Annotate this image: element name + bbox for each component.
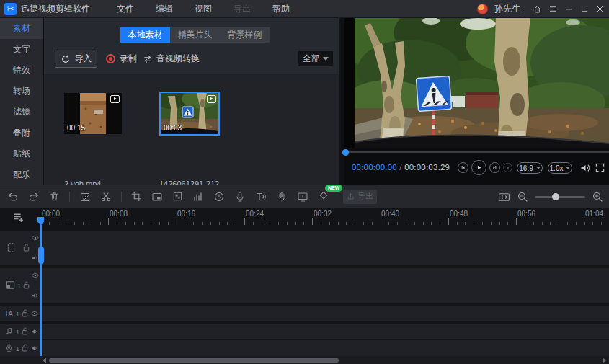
scroll-left-arrow-icon[interactable] [43, 358, 46, 363]
edit-toolbar: NEW 导出 [0, 185, 609, 208]
lock-icon[interactable] [20, 327, 30, 336]
divider [121, 192, 122, 202]
track-pip-header: 1 [0, 268, 40, 303]
sidebar-item-material[interactable]: 素材 [0, 18, 43, 39]
lock-icon[interactable] [20, 308, 30, 318]
track-video[interactable] [0, 231, 609, 265]
speaker-icon[interactable] [30, 327, 39, 336]
filter-dropdown[interactable]: 全部 [298, 51, 333, 66]
add-track-icon[interactable] [12, 211, 25, 223]
mosaic-icon[interactable] [172, 191, 183, 202]
edit-clip-icon[interactable] [79, 191, 91, 203]
next-frame-button[interactable] [489, 162, 500, 173]
sidebar-item-filters[interactable]: 滤镜 [0, 102, 43, 123]
track-voice-header: 1 [0, 340, 40, 356]
timeline-hscrollbar[interactable] [0, 356, 609, 364]
pip-icon[interactable] [151, 191, 163, 203]
prev-frame-button[interactable] [458, 162, 468, 173]
stop-button[interactable] [503, 163, 512, 172]
close-button[interactable] [595, 4, 605, 14]
zoom-in-icon[interactable] [592, 191, 603, 203]
track-text[interactable]: TA 1 [0, 306, 609, 321]
speaker-icon[interactable] [30, 344, 39, 352]
preview-video [344, 18, 609, 148]
track-music[interactable]: 1 [0, 324, 609, 339]
sidebar-item-music[interactable]: 配乐 [0, 164, 43, 185]
clip-card-1[interactable]: 00:15 [64, 93, 122, 134]
lock-icon[interactable] [20, 343, 30, 352]
pip-track-icon [5, 280, 16, 290]
user-avatar[interactable] [477, 4, 488, 14]
lock-icon[interactable] [22, 280, 31, 290]
zoom-slider-handle[interactable] [552, 193, 559, 200]
eye-icon[interactable] [31, 234, 40, 242]
speaker-icon[interactable] [31, 291, 40, 300]
swap-icon [143, 54, 153, 64]
split-scissors-icon[interactable] [100, 191, 112, 203]
volume-icon[interactable] [579, 162, 591, 174]
track-video-header [0, 231, 40, 265]
track-voice[interactable]: 1 [0, 340, 609, 356]
clip-card-2[interactable]: 00:03 [161, 93, 218, 134]
scroll-right-arrow-icon[interactable] [603, 358, 606, 363]
speed-clock-icon[interactable] [213, 191, 225, 203]
import-button[interactable]: 导入 [55, 50, 97, 68]
sidebar-item-text[interactable]: 文字 [0, 39, 43, 60]
play-button[interactable] [471, 160, 486, 175]
redo-icon[interactable] [28, 191, 40, 203]
sidebar-item-overlay[interactable]: 叠附 [0, 123, 43, 143]
fit-timeline-icon[interactable] [498, 191, 510, 203]
record-voice-icon[interactable] [234, 191, 246, 203]
av-convert-button[interactable]: 音视频转换 [143, 51, 200, 66]
menu-file[interactable]: 文件 [106, 0, 145, 17]
eye-icon[interactable] [31, 271, 40, 280]
track-pip[interactable]: 1 [0, 268, 609, 303]
keying-hand-icon[interactable] [276, 191, 288, 203]
hamburger-menu-icon[interactable] [548, 4, 558, 14]
menu-edit[interactable]: 编辑 [145, 0, 184, 17]
zoom-out-icon[interactable] [517, 191, 528, 203]
home-icon[interactable] [533, 4, 542, 14]
delete-icon[interactable] [49, 191, 60, 202]
sidebar-item-stickers[interactable]: 贴纸 [0, 143, 43, 164]
fullscreen-icon[interactable] [595, 162, 605, 173]
sidebar-item-effects[interactable]: 特效 [0, 60, 43, 81]
maximize-button[interactable] [580, 4, 589, 13]
playhead-grip[interactable] [38, 247, 44, 264]
preview-seek-handle[interactable] [342, 149, 349, 156]
menu-help[interactable]: 帮助 [262, 0, 301, 17]
text-to-speech-icon[interactable] [255, 191, 267, 203]
user-name[interactable]: 孙先生 [494, 3, 520, 15]
speed-selector[interactable]: 1.0x [548, 162, 572, 174]
materials-tabs: 本地素材 精美片头 背景样例 [120, 27, 270, 43]
tab-background-samples[interactable]: 背景样例 [220, 27, 270, 43]
play-badge-icon [207, 95, 216, 103]
playhead-line[interactable] [40, 225, 42, 356]
track-music-header: 1 [0, 324, 40, 339]
lock-icon[interactable] [22, 243, 31, 252]
subtitle-screen-icon[interactable] [297, 191, 308, 203]
zoom-slider[interactable] [535, 196, 585, 198]
voice-track-icon [4, 343, 14, 352]
tab-intro-templates[interactable]: 精美片头 [170, 27, 220, 43]
preview-seekbar[interactable] [344, 151, 609, 153]
video-track-icon [6, 242, 17, 253]
clip-duration: 00:15 [67, 124, 85, 132]
tab-local-material[interactable]: 本地素材 [120, 27, 170, 43]
eye-icon[interactable] [30, 309, 39, 318]
aspect-ratio-selector[interactable]: 16:9 [517, 162, 543, 174]
timeline-ruler[interactable]: 00:00 00:08 00:16 00:24 00:32 00:40 00:4… [40, 208, 609, 225]
minimize-button[interactable] [564, 4, 574, 14]
current-time: 00:00:00.00 [352, 163, 397, 172]
hscrollbar-thumb[interactable] [49, 358, 339, 363]
app-window: ✂ 迅捷视频剪辑软件 文件 编辑 视图 导出 帮助 孙先生 素材 文字 特效 转… [0, 0, 609, 364]
music-track-icon [4, 327, 14, 336]
undo-icon[interactable] [7, 191, 19, 203]
crop-icon[interactable] [131, 191, 142, 202]
chevron-down-icon [323, 57, 329, 61]
preview-panel: 00:00:00.00 / 00:00:03.29 16:9 1.0x [344, 18, 609, 185]
record-button[interactable]: 录制 [106, 51, 137, 66]
sidebar-item-transitions[interactable]: 转场 [0, 81, 43, 102]
audio-levels-icon[interactable] [192, 191, 204, 203]
menu-view[interactable]: 视图 [184, 0, 223, 17]
